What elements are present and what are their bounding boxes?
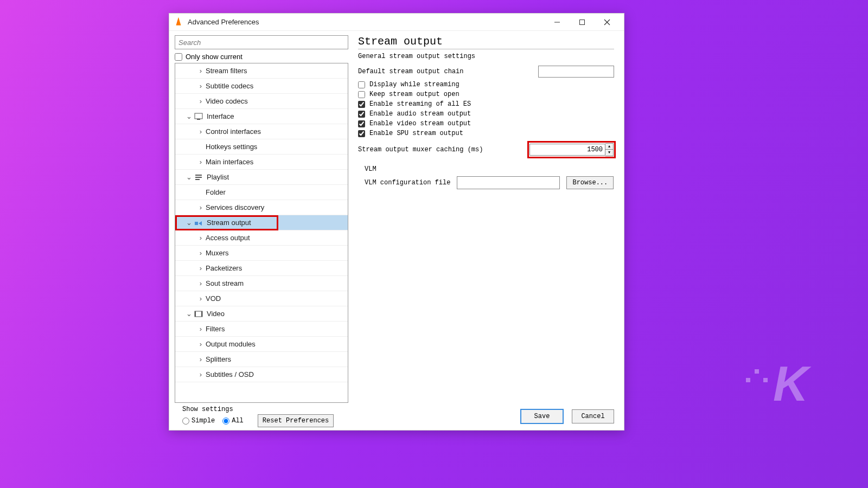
- tree-item-interface[interactable]: ⌄Interface: [175, 109, 348, 124]
- check-keep-row: Keep stream output open: [358, 91, 614, 98]
- tree-item-vod[interactable]: ›VOD: [175, 291, 348, 306]
- check-display[interactable]: [358, 81, 365, 88]
- tree-item-label: Video codecs: [206, 97, 248, 105]
- tree-item-label: Muxers: [206, 249, 229, 257]
- tree-item-stream-filters[interactable]: ›Stream filters: [175, 63, 348, 79]
- tree-item-label: Splitters: [206, 355, 231, 363]
- video-icon: [194, 310, 203, 318]
- tree-item-video-codecs[interactable]: ›Video codecs: [175, 94, 348, 109]
- tree-item-splitters[interactable]: ›Splitters: [175, 352, 348, 367]
- only-show-current-checkbox[interactable]: [175, 53, 182, 61]
- check-spu[interactable]: [358, 130, 365, 137]
- tree-item-label: Stream output: [207, 219, 251, 227]
- tree-item-label: Video: [207, 310, 225, 318]
- maximize-icon: [579, 19, 585, 25]
- chevron-right-icon[interactable]: ›: [197, 82, 205, 90]
- tree-item-label: Folder: [206, 188, 226, 196]
- chevron-right-icon[interactable]: ›: [197, 279, 205, 287]
- chevron-down-icon[interactable]: ⌄: [185, 219, 193, 227]
- tree-item-access-output[interactable]: ›Access output: [175, 230, 348, 246]
- chevron-right-icon[interactable]: ›: [197, 203, 205, 211]
- tree-item-hotkeys-settings[interactable]: Hotkeys settings: [175, 139, 348, 155]
- category-tree[interactable]: ›Stream filters›Subtitle codecs›Video co…: [175, 63, 348, 402]
- default-chain-label: Default stream output chain: [358, 68, 538, 75]
- svg-rect-10: [195, 311, 202, 317]
- tree-item-packetizers[interactable]: ›Packetizers: [175, 261, 348, 276]
- watermark: K: [773, 356, 808, 412]
- chevron-right-icon[interactable]: ›: [197, 234, 205, 242]
- check-audio[interactable]: [358, 111, 365, 118]
- chevron-right-icon[interactable]: ›: [197, 67, 205, 75]
- chevron-right-icon[interactable]: ›: [197, 264, 205, 272]
- minimize-icon: [554, 19, 560, 25]
- maximize-button[interactable]: [570, 14, 595, 30]
- muxer-cache-row: Stream output muxer caching (ms) ▲ ▼: [358, 143, 614, 157]
- check-spu-row: Enable SPU stream output: [358, 130, 614, 137]
- panel-title: Stream output: [358, 35, 614, 49]
- tree-item-stream-output[interactable]: ⌄Stream output: [175, 215, 348, 230]
- footer-right: Save Cancel: [521, 409, 614, 423]
- left-column: Only show current ›Stream filters›Subtit…: [175, 35, 348, 403]
- only-show-current-row: Only show current: [175, 53, 348, 61]
- chevron-right-icon[interactable]: ›: [197, 97, 205, 105]
- chevron-right-icon[interactable]: ›: [197, 355, 205, 363]
- chevron-down-icon[interactable]: ⌄: [185, 173, 193, 181]
- chevron-right-icon[interactable]: ›: [197, 370, 205, 378]
- vlm-file-label: VLM configuration file: [365, 179, 450, 187]
- save-button[interactable]: Save: [521, 409, 563, 423]
- tree-item-output-modules[interactable]: ›Output modules: [175, 337, 348, 352]
- tree-item-control-interfaces[interactable]: ›Control interfaces: [175, 124, 348, 139]
- interface-icon: [194, 112, 203, 121]
- close-button[interactable]: [595, 14, 620, 30]
- tree-item-label: Access output: [206, 234, 250, 242]
- tree-item-folder[interactable]: Folder: [175, 185, 348, 200]
- chevron-right-icon[interactable]: ›: [197, 127, 205, 136]
- chevron-right-icon[interactable]: ›: [197, 294, 205, 303]
- chevron-right-icon[interactable]: ›: [197, 325, 205, 333]
- show-settings-label: Show settings: [182, 406, 334, 413]
- spinner-up[interactable]: ▲: [605, 144, 613, 150]
- vlm-file-input[interactable]: [457, 176, 560, 189]
- tree-item-main-interfaces[interactable]: ›Main interfaces: [175, 155, 348, 170]
- radio-all-label[interactable]: All: [222, 417, 244, 425]
- tree-item-muxers[interactable]: ›Muxers: [175, 246, 348, 261]
- browse-button[interactable]: Browse...: [566, 176, 614, 189]
- tree-item-subtitles-osd[interactable]: ›Subtitles / OSD: [175, 367, 348, 382]
- radio-simple[interactable]: [182, 418, 189, 425]
- chevron-down-icon[interactable]: ⌄: [185, 112, 193, 120]
- tree-item-subtitle-codecs[interactable]: ›Subtitle codecs: [175, 79, 348, 94]
- chevron-down-icon[interactable]: ⌄: [185, 310, 193, 318]
- default-chain-input[interactable]: [538, 66, 614, 78]
- check-keep[interactable]: [358, 91, 365, 98]
- tree-item-filters[interactable]: ›Filters: [175, 322, 348, 337]
- tree-item-playlist[interactable]: ⌄Playlist: [175, 170, 348, 185]
- body: Only show current ›Stream filters›Subtit…: [169, 31, 624, 403]
- muxer-cache-input[interactable]: [529, 144, 605, 156]
- spinner-down[interactable]: ▼: [605, 150, 613, 156]
- check-display-label: Display while streaming: [369, 81, 459, 88]
- playlist-icon: [194, 173, 203, 182]
- tree-item-label: Main interfaces: [206, 158, 253, 166]
- tree-item-video[interactable]: ⌄Video: [175, 306, 348, 322]
- minimize-button[interactable]: [545, 14, 570, 30]
- cancel-button[interactable]: Cancel: [572, 409, 614, 423]
- stream-icon: [194, 219, 203, 227]
- panel-subtitle: General stream output settings: [358, 53, 614, 60]
- default-chain-row: Default stream output chain: [358, 66, 614, 78]
- search-input[interactable]: [175, 35, 348, 49]
- radio-simple-label[interactable]: Simple: [182, 417, 215, 425]
- radio-all[interactable]: [222, 418, 229, 425]
- svg-rect-12: [201, 311, 202, 317]
- chevron-right-icon[interactable]: ›: [197, 249, 205, 257]
- check-audio-row: Enable audio stream output: [358, 110, 614, 118]
- tree-item-label: Subtitle codecs: [206, 82, 253, 90]
- check-es[interactable]: [358, 101, 365, 108]
- chevron-right-icon[interactable]: ›: [197, 158, 205, 166]
- svg-rect-1: [580, 20, 585, 24]
- check-video[interactable]: [358, 120, 365, 127]
- chevron-right-icon[interactable]: ›: [197, 340, 205, 348]
- tree-item-services-discovery[interactable]: ›Services discovery: [175, 200, 348, 215]
- tree-item-sout-stream[interactable]: ›Sout stream: [175, 276, 348, 291]
- svg-rect-5: [197, 119, 200, 120]
- reset-preferences-button[interactable]: Reset Preferences: [258, 414, 334, 427]
